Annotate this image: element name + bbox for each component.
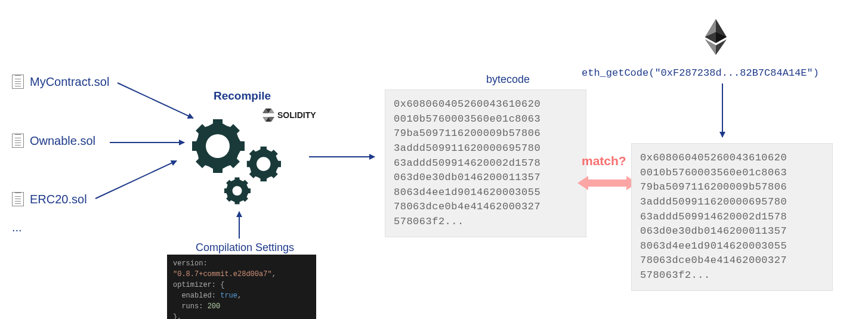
eth-getcode-label: eth_getCode("0xF287238d...82B7C84A14E")	[582, 67, 819, 79]
bytecode-label: bytecode	[486, 73, 530, 86]
file-name: ERC20.sol	[30, 193, 87, 206]
arrow-line	[239, 212, 240, 239]
bytecode-output: 0x608060405260043610620 0010b5760003560e…	[385, 89, 586, 237]
onchain-bytecode: 0x608060405260043610620 0010b5760003560e…	[631, 143, 833, 291]
file-icon	[12, 134, 24, 148]
solidity-icon	[262, 107, 274, 123]
ethereum-icon	[704, 19, 728, 55]
file-name: MyContract.sol	[30, 75, 109, 89]
double-arrow-icon	[577, 176, 637, 190]
file-icon	[12, 75, 24, 89]
arrow-line	[309, 156, 375, 157]
bytecode-text: 0x608060405260043610620 0010b5760003560e…	[640, 152, 787, 281]
solidity-logo: SOLIDITY	[262, 107, 316, 123]
match-label: match?	[582, 154, 626, 168]
file-item: Ownable.sol	[12, 134, 95, 148]
arrow-line	[722, 83, 723, 137]
svg-marker-6	[577, 176, 637, 190]
recompile-label: Recompile	[214, 89, 271, 103]
arrow-line	[95, 160, 177, 199]
bytecode-text: 0x608060405260043610620 0010b5760003560e…	[394, 98, 540, 227]
compilation-settings-code: version: "0.8.7+commit.e28d00a7", optimi…	[167, 255, 316, 319]
file-name: Ownable.sol	[30, 134, 95, 148]
arrow-line	[118, 82, 194, 119]
files-ellipsis: ...	[12, 221, 22, 234]
file-icon	[12, 192, 24, 206]
solidity-text: SOLIDITY	[277, 110, 316, 120]
compilation-settings-label: Compilation Settings	[196, 241, 294, 254]
file-item: ERC20.sol	[12, 192, 87, 206]
file-item: MyContract.sol	[12, 75, 109, 89]
arrow-line	[110, 142, 184, 143]
